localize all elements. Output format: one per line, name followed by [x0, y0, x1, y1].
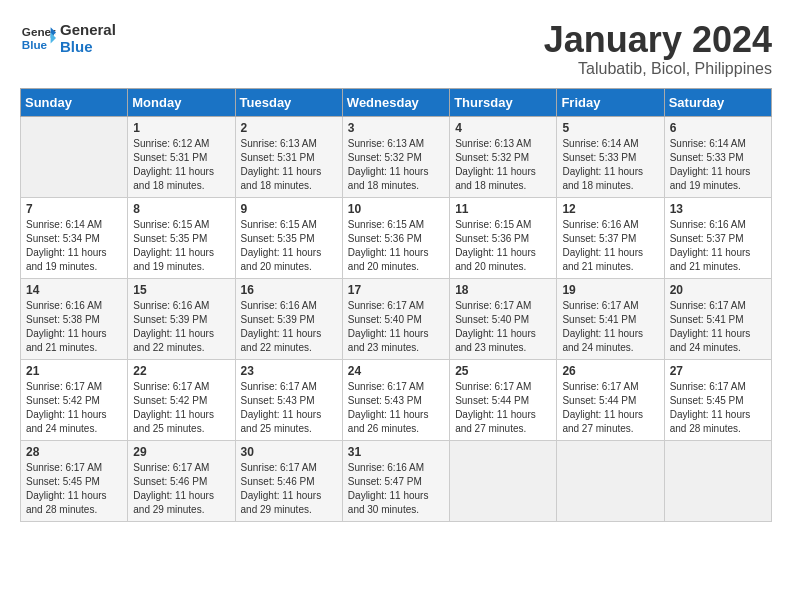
calendar-cell: 21Sunrise: 6:17 AM Sunset: 5:42 PM Dayli…	[21, 359, 128, 440]
header-cell-monday: Monday	[128, 88, 235, 116]
day-content: Sunrise: 6:17 AM Sunset: 5:45 PM Dayligh…	[26, 461, 122, 517]
day-content: Sunrise: 6:16 AM Sunset: 5:39 PM Dayligh…	[133, 299, 229, 355]
calendar-cell: 14Sunrise: 6:16 AM Sunset: 5:38 PM Dayli…	[21, 278, 128, 359]
logo-line2: Blue	[60, 38, 116, 55]
calendar-week-1: 7Sunrise: 6:14 AM Sunset: 5:34 PM Daylig…	[21, 197, 772, 278]
day-number: 30	[241, 445, 337, 459]
day-content: Sunrise: 6:15 AM Sunset: 5:35 PM Dayligh…	[241, 218, 337, 274]
day-number: 31	[348, 445, 444, 459]
day-number: 21	[26, 364, 122, 378]
header-cell-friday: Friday	[557, 88, 664, 116]
day-number: 16	[241, 283, 337, 297]
calendar-week-2: 14Sunrise: 6:16 AM Sunset: 5:38 PM Dayli…	[21, 278, 772, 359]
logo-icon: General Blue	[20, 20, 56, 56]
day-content: Sunrise: 6:17 AM Sunset: 5:41 PM Dayligh…	[562, 299, 658, 355]
calendar-title-section: January 2024 Talubatib, Bicol, Philippin…	[544, 20, 772, 78]
calendar-cell: 18Sunrise: 6:17 AM Sunset: 5:40 PM Dayli…	[450, 278, 557, 359]
header-row: SundayMondayTuesdayWednesdayThursdayFrid…	[21, 88, 772, 116]
day-number: 12	[562, 202, 658, 216]
calendar-cell: 28Sunrise: 6:17 AM Sunset: 5:45 PM Dayli…	[21, 440, 128, 521]
day-content: Sunrise: 6:17 AM Sunset: 5:40 PM Dayligh…	[348, 299, 444, 355]
calendar-cell: 8Sunrise: 6:15 AM Sunset: 5:35 PM Daylig…	[128, 197, 235, 278]
day-content: Sunrise: 6:14 AM Sunset: 5:33 PM Dayligh…	[670, 137, 766, 193]
day-number: 15	[133, 283, 229, 297]
calendar-cell: 3Sunrise: 6:13 AM Sunset: 5:32 PM Daylig…	[342, 116, 449, 197]
calendar-cell	[450, 440, 557, 521]
calendar-cell: 12Sunrise: 6:16 AM Sunset: 5:37 PM Dayli…	[557, 197, 664, 278]
day-content: Sunrise: 6:17 AM Sunset: 5:42 PM Dayligh…	[26, 380, 122, 436]
day-number: 19	[562, 283, 658, 297]
day-number: 14	[26, 283, 122, 297]
calendar-cell	[21, 116, 128, 197]
header-cell-saturday: Saturday	[664, 88, 771, 116]
calendar-header: SundayMondayTuesdayWednesdayThursdayFrid…	[21, 88, 772, 116]
header-cell-wednesday: Wednesday	[342, 88, 449, 116]
calendar-cell: 10Sunrise: 6:15 AM Sunset: 5:36 PM Dayli…	[342, 197, 449, 278]
calendar-cell: 15Sunrise: 6:16 AM Sunset: 5:39 PM Dayli…	[128, 278, 235, 359]
day-content: Sunrise: 6:16 AM Sunset: 5:37 PM Dayligh…	[670, 218, 766, 274]
calendar-cell: 11Sunrise: 6:15 AM Sunset: 5:36 PM Dayli…	[450, 197, 557, 278]
calendar-cell: 4Sunrise: 6:13 AM Sunset: 5:32 PM Daylig…	[450, 116, 557, 197]
calendar-cell: 30Sunrise: 6:17 AM Sunset: 5:46 PM Dayli…	[235, 440, 342, 521]
calendar-cell: 6Sunrise: 6:14 AM Sunset: 5:33 PM Daylig…	[664, 116, 771, 197]
day-content: Sunrise: 6:14 AM Sunset: 5:34 PM Dayligh…	[26, 218, 122, 274]
day-number: 7	[26, 202, 122, 216]
day-content: Sunrise: 6:17 AM Sunset: 5:44 PM Dayligh…	[455, 380, 551, 436]
calendar-body: 1Sunrise: 6:12 AM Sunset: 5:31 PM Daylig…	[21, 116, 772, 521]
calendar-cell: 27Sunrise: 6:17 AM Sunset: 5:45 PM Dayli…	[664, 359, 771, 440]
calendar-table: SundayMondayTuesdayWednesdayThursdayFrid…	[20, 88, 772, 522]
calendar-cell: 17Sunrise: 6:17 AM Sunset: 5:40 PM Dayli…	[342, 278, 449, 359]
day-number: 27	[670, 364, 766, 378]
day-content: Sunrise: 6:17 AM Sunset: 5:44 PM Dayligh…	[562, 380, 658, 436]
day-content: Sunrise: 6:13 AM Sunset: 5:31 PM Dayligh…	[241, 137, 337, 193]
day-content: Sunrise: 6:16 AM Sunset: 5:39 PM Dayligh…	[241, 299, 337, 355]
day-content: Sunrise: 6:14 AM Sunset: 5:33 PM Dayligh…	[562, 137, 658, 193]
day-content: Sunrise: 6:17 AM Sunset: 5:45 PM Dayligh…	[670, 380, 766, 436]
calendar-cell: 23Sunrise: 6:17 AM Sunset: 5:43 PM Dayli…	[235, 359, 342, 440]
day-number: 3	[348, 121, 444, 135]
calendar-cell: 1Sunrise: 6:12 AM Sunset: 5:31 PM Daylig…	[128, 116, 235, 197]
page-header: General Blue General Blue January 2024 T…	[20, 20, 772, 78]
calendar-cell: 22Sunrise: 6:17 AM Sunset: 5:42 PM Dayli…	[128, 359, 235, 440]
day-content: Sunrise: 6:17 AM Sunset: 5:40 PM Dayligh…	[455, 299, 551, 355]
day-number: 18	[455, 283, 551, 297]
day-number: 20	[670, 283, 766, 297]
calendar-cell: 13Sunrise: 6:16 AM Sunset: 5:37 PM Dayli…	[664, 197, 771, 278]
day-number: 17	[348, 283, 444, 297]
day-number: 6	[670, 121, 766, 135]
calendar-subtitle: Talubatib, Bicol, Philippines	[544, 60, 772, 78]
calendar-cell: 25Sunrise: 6:17 AM Sunset: 5:44 PM Dayli…	[450, 359, 557, 440]
calendar-cell: 29Sunrise: 6:17 AM Sunset: 5:46 PM Dayli…	[128, 440, 235, 521]
day-content: Sunrise: 6:16 AM Sunset: 5:47 PM Dayligh…	[348, 461, 444, 517]
day-number: 28	[26, 445, 122, 459]
day-content: Sunrise: 6:17 AM Sunset: 5:42 PM Dayligh…	[133, 380, 229, 436]
calendar-cell: 16Sunrise: 6:16 AM Sunset: 5:39 PM Dayli…	[235, 278, 342, 359]
calendar-week-3: 21Sunrise: 6:17 AM Sunset: 5:42 PM Dayli…	[21, 359, 772, 440]
day-content: Sunrise: 6:13 AM Sunset: 5:32 PM Dayligh…	[348, 137, 444, 193]
calendar-week-0: 1Sunrise: 6:12 AM Sunset: 5:31 PM Daylig…	[21, 116, 772, 197]
day-content: Sunrise: 6:12 AM Sunset: 5:31 PM Dayligh…	[133, 137, 229, 193]
day-number: 9	[241, 202, 337, 216]
day-number: 13	[670, 202, 766, 216]
day-content: Sunrise: 6:15 AM Sunset: 5:35 PM Dayligh…	[133, 218, 229, 274]
day-content: Sunrise: 6:17 AM Sunset: 5:41 PM Dayligh…	[670, 299, 766, 355]
day-number: 5	[562, 121, 658, 135]
calendar-cell: 2Sunrise: 6:13 AM Sunset: 5:31 PM Daylig…	[235, 116, 342, 197]
calendar-cell: 19Sunrise: 6:17 AM Sunset: 5:41 PM Dayli…	[557, 278, 664, 359]
header-cell-sunday: Sunday	[21, 88, 128, 116]
day-number: 26	[562, 364, 658, 378]
day-number: 8	[133, 202, 229, 216]
calendar-cell: 7Sunrise: 6:14 AM Sunset: 5:34 PM Daylig…	[21, 197, 128, 278]
calendar-cell: 26Sunrise: 6:17 AM Sunset: 5:44 PM Dayli…	[557, 359, 664, 440]
svg-text:Blue: Blue	[22, 38, 48, 51]
day-content: Sunrise: 6:17 AM Sunset: 5:46 PM Dayligh…	[133, 461, 229, 517]
day-content: Sunrise: 6:17 AM Sunset: 5:46 PM Dayligh…	[241, 461, 337, 517]
calendar-cell	[664, 440, 771, 521]
logo-line1: General	[60, 21, 116, 38]
day-number: 10	[348, 202, 444, 216]
day-content: Sunrise: 6:15 AM Sunset: 5:36 PM Dayligh…	[455, 218, 551, 274]
calendar-cell: 24Sunrise: 6:17 AM Sunset: 5:43 PM Dayli…	[342, 359, 449, 440]
calendar-week-4: 28Sunrise: 6:17 AM Sunset: 5:45 PM Dayli…	[21, 440, 772, 521]
day-number: 1	[133, 121, 229, 135]
calendar-cell: 20Sunrise: 6:17 AM Sunset: 5:41 PM Dayli…	[664, 278, 771, 359]
